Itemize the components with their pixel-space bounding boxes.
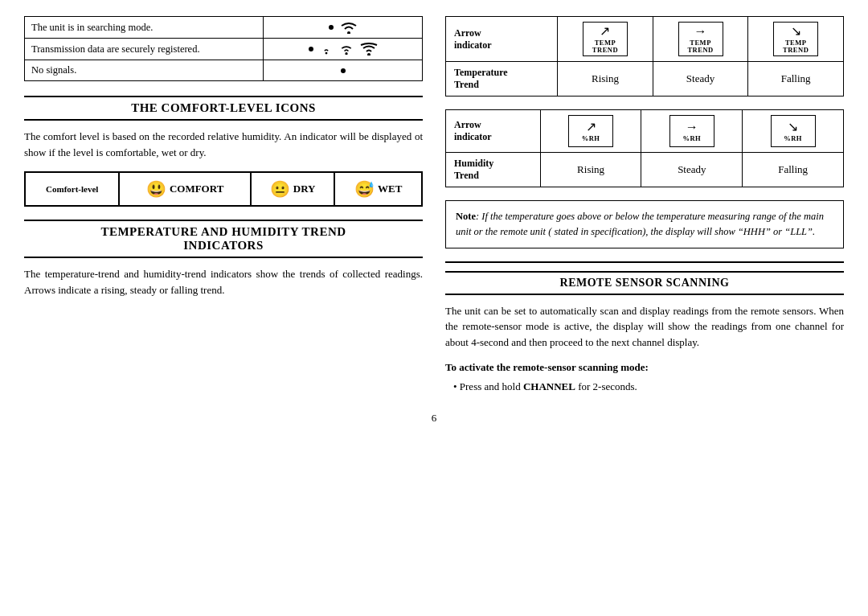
comfort-dry-cell: 😐 DRY [251,172,335,206]
humid-rising-text: Rising [540,153,641,187]
page-number: 6 [24,412,844,425]
table-row: Transmission data are securely registere… [25,39,423,60]
channel-bold: CHANNEL [523,380,575,392]
activate-heading: To activate the remote-sensor scanning m… [445,361,844,374]
comfort-item-3: 😅 WET [340,179,416,199]
right-column: Arrowindicator ↗ TEMPTREND → TEMPTREND [445,16,844,396]
comfort-item-1-label: COMFORT [170,183,223,195]
signal-table: The unit is in searching mode. [24,16,423,81]
table-row: Arrowindicator ↗ %RH → %RH [446,110,844,153]
humid-steady-text: Steady [641,153,743,187]
arrow-indicator-label-2: Arrowindicator [446,110,541,153]
left-column: The unit is in searching mode. [24,16,423,396]
temp-arrow-rising: ↗ TEMPTREND [558,17,653,62]
comfort-section-title: THE COMFORT-LEVEL ICONS [24,96,423,121]
signal-desc-3: No signals. [25,60,264,81]
comfort-body-text: The comfort level is based on the record… [24,129,423,160]
table-row: The unit is in searching mode. [25,17,423,39]
table-row: Comfort-level 😃 COMFORT 😐 DRY [25,172,422,206]
comfort-comfort-cell: 😃 COMFORT [119,172,250,206]
comfort-item-2-label: DRY [293,183,316,195]
comfort-item-1: 😃 COMFORT [125,179,244,199]
falling-arrow-icon: ↘ [791,25,801,38]
signal-icons-2 [264,39,423,60]
humid-label-3: %RH [784,135,802,142]
humidity-trend-table: Arrowindicator ↗ %RH → %RH [445,109,844,187]
humid-arrow-falling-box: ↘ %RH [771,115,816,147]
temp-arrow-rising-box: ↗ TEMPTREND [583,22,628,56]
list-item: Press and hold CHANNEL for 2-seconds. [453,379,844,396]
steady-arrow-icon: → [694,25,707,38]
dot-icon [309,47,313,51]
temperature-trend-table: Arrowindicator ↗ TEMPTREND → TEMPTREND [445,16,844,97]
signal-desc-2: Transmission data are securely registere… [25,39,264,60]
humid-arrow-falling: ↘ %RH [743,110,844,153]
remote-section-title: REMOTE SENSOR SCANNING [445,271,844,295]
humid-label-1: %RH [582,135,600,142]
table-row: HumidityTrend Rising Steady Falling [446,153,844,187]
wifi-icon-2a [320,43,333,55]
humid-rising-arrow-icon: ↗ [586,121,596,133]
trend-section-title: TEMPERATURE AND HUMIDITY TRENDINDICATORS [24,220,423,258]
temp-steady-text: Steady [653,62,748,97]
note-prefix: Note [456,211,476,222]
wifi-icon-1 [340,21,358,34]
humid-arrow-rising: ↗ %RH [540,110,641,153]
dot-icon [329,25,334,30]
signal-desc-1: The unit is in searching mode. [25,17,264,39]
smiley-dry-icon: 😐 [270,179,290,199]
note-box: Note: If the temperature goes above or b… [445,200,844,248]
signal-icons-1 [264,17,423,39]
table-row: No signals. [25,60,423,81]
humid-arrow-steady: → %RH [641,110,743,153]
comfort-item-2: 😐 DRY [256,179,330,199]
svg-point-0 [347,31,350,34]
rising-arrow-icon: ↗ [600,25,610,38]
temp-arrow-falling-box: ↘ TEMPTREND [773,22,818,56]
arrow-indicator-label: Arrowindicator [446,17,558,62]
comfort-level-label: Comfort-level [46,184,98,194]
svg-point-1 [325,52,327,55]
temp-falling-text: Falling [748,62,844,97]
comfort-wet-cell: 😅 WET [334,172,422,206]
temp-rising-text: Rising [558,62,653,97]
smiley-comfort-icon: 😃 [146,179,166,199]
humid-arrow-steady-box: → %RH [669,115,714,147]
humid-falling-arrow-icon: ↘ [788,121,798,133]
wifi-icon-2c [360,43,378,55]
signal-icons-3 [264,60,423,81]
comfort-level-table: Comfort-level 😃 COMFORT 😐 DRY [24,171,423,207]
note-text: : If the temperature goes above or below… [456,211,824,237]
svg-point-3 [367,53,371,55]
humidity-trend-label: HumidityTrend [446,153,541,187]
humid-label-2: %RH [682,135,701,142]
table-row: Arrowindicator ↗ TEMPTREND → TEMPTREND [446,17,844,62]
remote-body-text: The unit can be set to automatically sca… [445,303,844,351]
temp-label-3: TEMPTREND [783,39,809,53]
temp-arrow-steady-box: → TEMPTREND [678,22,723,56]
temp-arrow-steady: → TEMPTREND [653,17,748,62]
humid-arrow-rising-box: ↗ %RH [568,115,613,147]
humid-falling-text: Falling [743,153,844,187]
comfort-item-3-label: WET [378,183,402,195]
temp-arrow-falling: ↘ TEMPTREND [748,17,844,62]
steps-list: Press and hold CHANNEL for 2-seconds. [445,379,844,396]
comfort-label-cell: Comfort-level [25,172,119,206]
humid-steady-arrow-icon: → [686,121,698,133]
dot-icon [341,68,346,73]
temp-label-2: TEMPTREND [687,39,713,53]
svg-point-2 [345,52,347,55]
trend-body-text: The temperature-trend and humidity-trend… [24,266,423,298]
section-divider [445,261,844,263]
temp-label-1: TEMPTREND [592,39,618,53]
table-row: TemperatureTrend Rising Steady Falling [446,62,844,97]
smiley-wet-icon: 😅 [354,179,375,199]
wifi-icon-2b [339,43,354,55]
temperature-trend-label: TemperatureTrend [446,62,558,97]
